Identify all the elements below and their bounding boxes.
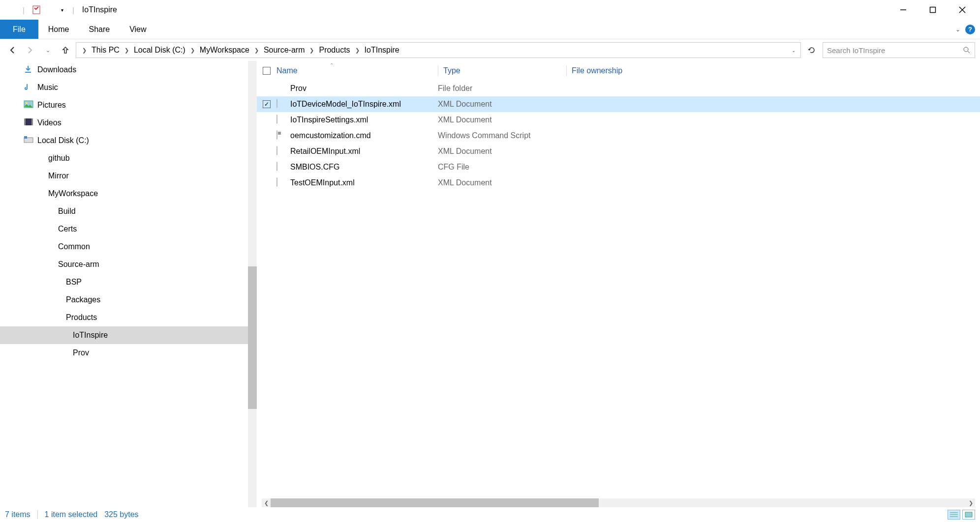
help-button[interactable]: ? [965, 25, 975, 34]
scroll-right-icon[interactable]: ❯ [966, 500, 975, 506]
chevron-right-icon[interactable]: ❯ [253, 47, 260, 54]
status-size: 325 bytes [104, 510, 138, 519]
tree-node[interactable]: Downloads [0, 61, 257, 79]
column-headers: ⌃ Name Type File ownership [257, 61, 980, 81]
file-icon [276, 178, 286, 188]
tree-node[interactable]: Music [0, 79, 257, 96]
tree-node-label: Packages [66, 295, 100, 304]
chevron-right-icon[interactable]: ❯ [308, 47, 315, 54]
svg-rect-0 [33, 6, 40, 14]
address-bar[interactable]: ❯ This PC ❯ Local Disk (C:) ❯ MyWorkspac… [76, 42, 801, 58]
tree-node[interactable]: BSP [0, 273, 257, 291]
folder-icon [34, 171, 44, 181]
close-button[interactable] [948, 0, 977, 20]
properties-icon[interactable] [31, 5, 41, 15]
tree-node[interactable]: Certs [0, 220, 257, 238]
file-row[interactable]: TestOEMInput.xmlXML Document [257, 175, 980, 191]
download-icon [24, 65, 33, 75]
recent-locations-button[interactable]: ⌄ [40, 43, 55, 58]
folder-icon [6, 5, 16, 15]
file-row[interactable]: oemcustomization.cmdWindows Command Scri… [257, 128, 980, 144]
file-row[interactable]: ✓IoTDeviceModel_IoTInspire.xmlXML Docume… [257, 96, 980, 112]
qat-dropdown-icon[interactable]: ▾ [61, 7, 63, 13]
select-all-checkbox[interactable] [263, 67, 271, 75]
file-row[interactable]: IoTInspireSettings.xmlXML Document [257, 112, 980, 128]
address-dropdown-icon[interactable]: ⌄ [790, 48, 797, 53]
search-input[interactable]: Search IoTInspire [823, 42, 975, 58]
tree-node-label: Build [58, 207, 76, 216]
folder-icon [52, 277, 62, 287]
column-ownership[interactable]: File ownership [572, 66, 980, 75]
folder-icon[interactable] [45, 5, 55, 15]
file-name: IoTDeviceModel_IoTInspire.xml [290, 100, 438, 109]
disk-icon [24, 136, 33, 145]
chevron-down-icon[interactable]: ⌄ [955, 26, 960, 33]
file-name: RetailOEMInput.xml [290, 147, 438, 156]
tree-node[interactable]: Mirror [0, 167, 257, 185]
tree-node[interactable]: Build [0, 203, 257, 220]
chevron-right-icon[interactable]: ❯ [81, 47, 88, 54]
file-icon [276, 99, 286, 109]
breadcrumb[interactable]: Source-arm [262, 46, 307, 55]
file-type: XML Document [438, 100, 561, 109]
status-item-count: 7 items [5, 510, 31, 519]
breadcrumb[interactable]: Local Disk (C:) [132, 46, 187, 55]
up-button[interactable] [58, 43, 73, 58]
scroll-left-icon[interactable]: ❮ [262, 500, 271, 506]
tree-node[interactable]: Pictures [0, 96, 257, 114]
tree-node-label: Common [58, 242, 90, 251]
forward-button[interactable] [23, 43, 37, 58]
tree-scrollbar[interactable] [248, 61, 257, 507]
back-button[interactable] [5, 43, 20, 58]
music-icon [24, 83, 33, 92]
file-icon [276, 162, 286, 172]
chevron-right-icon[interactable]: ❯ [189, 47, 196, 54]
tree-node-label: Certs [58, 225, 77, 233]
file-name: IoTInspireSettings.xml [290, 116, 438, 124]
breadcrumb[interactable]: Products [317, 46, 352, 55]
tab-share[interactable]: Share [79, 20, 120, 39]
file-row[interactable]: RetailOEMInput.xmlXML Document [257, 144, 980, 159]
file-row[interactable]: SMBIOS.CFGCFG File [257, 159, 980, 175]
chevron-right-icon[interactable]: ❯ [123, 47, 130, 54]
tree-node[interactable]: Videos [0, 114, 257, 132]
breadcrumb[interactable]: This PC [90, 46, 122, 55]
tree-node-label: Pictures [37, 101, 66, 110]
svg-rect-11 [31, 118, 33, 125]
tree-node[interactable]: Packages [0, 291, 257, 309]
tree-node[interactable]: github [0, 149, 257, 167]
svg-line-6 [968, 51, 970, 53]
navigation-tree[interactable]: DownloadsMusicPicturesVideosLocal Disk (… [0, 61, 257, 507]
svg-point-5 [964, 47, 968, 52]
tab-view[interactable]: View [120, 20, 156, 39]
column-name[interactable]: ⌃ Name [276, 66, 438, 75]
tree-node[interactable]: Products [0, 309, 257, 326]
breadcrumb[interactable]: MyWorkspace [198, 46, 251, 55]
column-type[interactable]: Type [443, 66, 566, 75]
tree-node[interactable]: Local Disk (C:) [0, 132, 257, 149]
separator: | [23, 6, 25, 14]
view-details-button[interactable] [948, 510, 960, 520]
pictures-icon [24, 100, 33, 110]
file-icon [276, 146, 286, 156]
tree-node-label: Downloads [37, 65, 76, 74]
breadcrumb[interactable]: IoTInspire [363, 46, 401, 55]
horizontal-scrollbar[interactable]: ❮ ❯ [262, 498, 975, 507]
tab-file[interactable]: File [0, 20, 38, 39]
tab-home[interactable]: Home [38, 20, 79, 39]
videos-icon [24, 118, 33, 128]
view-large-icons-button[interactable] [962, 510, 975, 520]
file-row[interactable]: ProvFile folder [257, 81, 980, 96]
refresh-button[interactable] [804, 42, 820, 58]
maximize-button[interactable] [918, 0, 948, 20]
row-checkbox[interactable]: ✓ [263, 100, 271, 108]
tree-node[interactable]: IoTInspire [0, 326, 257, 344]
tree-node[interactable]: Source-arm [0, 256, 257, 273]
tree-node[interactable]: MyWorkspace [0, 185, 257, 203]
svg-rect-13 [24, 136, 27, 139]
tree-node[interactable]: Common [0, 238, 257, 256]
chevron-right-icon[interactable]: ❯ [354, 47, 361, 54]
tree-node[interactable]: Prov [0, 344, 257, 362]
folder-icon [44, 224, 54, 234]
minimize-button[interactable] [888, 0, 918, 20]
